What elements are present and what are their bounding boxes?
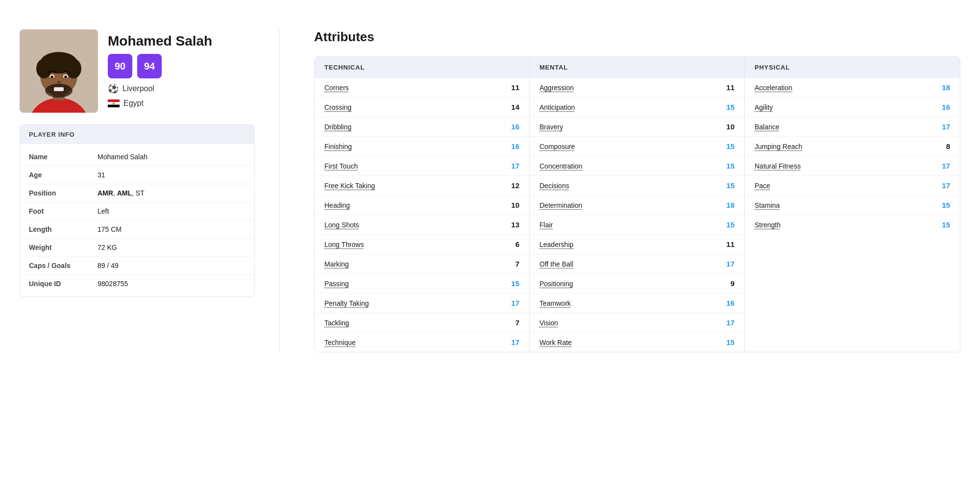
vertical-divider [279, 29, 280, 352]
attr-name[interactable]: Crossing [324, 103, 351, 111]
attr-name[interactable]: Concentration [539, 162, 582, 170]
technical-header: TECHNICAL [315, 57, 529, 78]
attr-name[interactable]: Determination [539, 201, 582, 209]
attr-name[interactable]: Finishing [324, 143, 352, 150]
info-row: FootLeft [20, 202, 254, 220]
attr-name[interactable]: Tackling [324, 319, 349, 327]
attr-value: 10 [720, 122, 735, 131]
attr-name[interactable]: Off the Ball [539, 260, 573, 268]
info-label: Caps / Goals [29, 262, 98, 270]
club-icon: ⚽ [108, 83, 119, 94]
attr-name[interactable]: Strength [755, 221, 781, 229]
attr-row: Decisions15 [530, 176, 744, 196]
attr-name[interactable]: Technique [324, 339, 356, 346]
info-label: Unique ID [29, 280, 98, 288]
attr-name[interactable]: Composure [539, 143, 575, 150]
physical-header: PHYSICAL [745, 57, 960, 78]
attr-name[interactable]: Teamwork [539, 299, 571, 307]
svg-point-5 [36, 59, 52, 78]
info-row: Length175 CM [20, 220, 254, 239]
attr-name[interactable]: Pace [755, 182, 770, 190]
attr-row: Long Throws6 [315, 235, 529, 254]
attr-name[interactable]: Vision [539, 319, 558, 327]
info-row: NameMohamed Salah [20, 148, 254, 166]
attr-name[interactable]: Anticipation [539, 103, 575, 111]
attr-value: 15 [720, 338, 735, 346]
attr-name[interactable]: Marking [324, 260, 349, 268]
attr-name[interactable]: Jumping Reach [755, 143, 802, 150]
svg-rect-14 [108, 99, 120, 102]
attr-value: 8 [935, 142, 950, 150]
attr-column-physical: PHYSICAL Acceleration18Agility16Balance1… [745, 57, 960, 352]
info-value: 98028755 [98, 280, 128, 288]
attr-name[interactable]: First Touch [324, 162, 358, 170]
attr-row: Balance17 [745, 117, 960, 137]
info-value: Mohamed Salah [98, 153, 147, 161]
attr-name[interactable]: Natural Fitness [755, 162, 801, 170]
attr-row: Off the Ball17 [530, 254, 744, 274]
attr-value: 11 [720, 83, 735, 92]
attr-name[interactable]: Positioning [539, 280, 573, 288]
attr-name[interactable]: Decisions [539, 182, 569, 190]
attr-value: 15 [720, 103, 735, 111]
player-photo [20, 29, 98, 113]
attr-row: Leadership11 [530, 235, 744, 254]
attr-name[interactable]: Aggression [539, 84, 574, 92]
mental-rows: Aggression11Anticipation15Bravery10Compo… [530, 78, 744, 352]
attributes-title: Attributes [314, 29, 960, 45]
attr-row: Tackling7 [315, 313, 529, 333]
attr-value: 15 [720, 162, 735, 170]
attr-value: 16 [505, 122, 519, 131]
club-row: ⚽ Liverpool [108, 83, 212, 94]
attr-column-mental: MENTAL Aggression11Anticipation15Bravery… [530, 57, 745, 352]
attr-row: Crossing14 [315, 98, 529, 117]
attr-value: 14 [505, 103, 519, 111]
attr-value: 15 [935, 220, 950, 229]
svg-point-11 [57, 81, 61, 84]
attr-value: 18 [720, 201, 735, 209]
attr-row: Vision17 [530, 313, 744, 333]
attr-row: Aggression11 [530, 78, 744, 98]
attr-row: Composure15 [530, 137, 744, 156]
attr-name[interactable]: Passing [324, 280, 349, 288]
attr-row: Stamina15 [745, 196, 960, 215]
attr-name[interactable]: Penalty Taking [324, 299, 369, 307]
attr-name[interactable]: Agility [755, 103, 773, 111]
attr-name[interactable]: Corners [324, 84, 349, 92]
technical-rows: Corners11Crossing14Dribbling16Finishing1… [315, 78, 529, 352]
attr-name[interactable]: Long Throws [324, 241, 364, 248]
attr-value: 16 [505, 142, 519, 150]
attr-name[interactable]: Acceleration [755, 84, 792, 92]
attr-name[interactable]: Dribbling [324, 123, 351, 131]
attr-name[interactable]: Balance [755, 123, 780, 131]
attr-row: Natural Fitness17 [745, 156, 960, 176]
attr-row: Positioning9 [530, 274, 744, 294]
attr-name[interactable]: Free Kick Taking [324, 182, 375, 190]
attr-name[interactable]: Work Rate [539, 339, 572, 346]
attr-name[interactable]: Long Shots [324, 221, 359, 229]
attr-row: Concentration15 [530, 156, 744, 176]
attr-value: 17 [935, 122, 950, 131]
attr-row: Jumping Reach8 [745, 137, 960, 156]
attr-value: 11 [505, 83, 519, 92]
attr-value: 15 [720, 220, 735, 229]
info-row: Unique ID98028755 [20, 275, 254, 293]
attr-name[interactable]: Flair [539, 221, 553, 229]
attr-value: 7 [505, 260, 519, 268]
info-value: 89 / 49 [98, 262, 119, 270]
club-name: Liverpool [122, 84, 154, 93]
attr-row: Finishing16 [315, 137, 529, 156]
attr-row: Anticipation15 [530, 98, 744, 117]
info-value: AMR, AML, ST [98, 189, 145, 197]
mental-header: MENTAL [530, 57, 744, 78]
attr-name[interactable]: Heading [324, 201, 350, 209]
attr-name[interactable]: Stamina [755, 201, 780, 209]
player-name: Mohamed Salah [108, 33, 212, 49]
attr-name[interactable]: Bravery [539, 123, 563, 131]
attr-name[interactable]: Leadership [539, 241, 573, 248]
attr-row: Heading10 [315, 196, 529, 215]
attr-row: Flair15 [530, 215, 744, 235]
info-label: Position [29, 189, 98, 197]
attr-row: Long Shots13 [315, 215, 529, 235]
attr-value: 15 [935, 201, 950, 209]
